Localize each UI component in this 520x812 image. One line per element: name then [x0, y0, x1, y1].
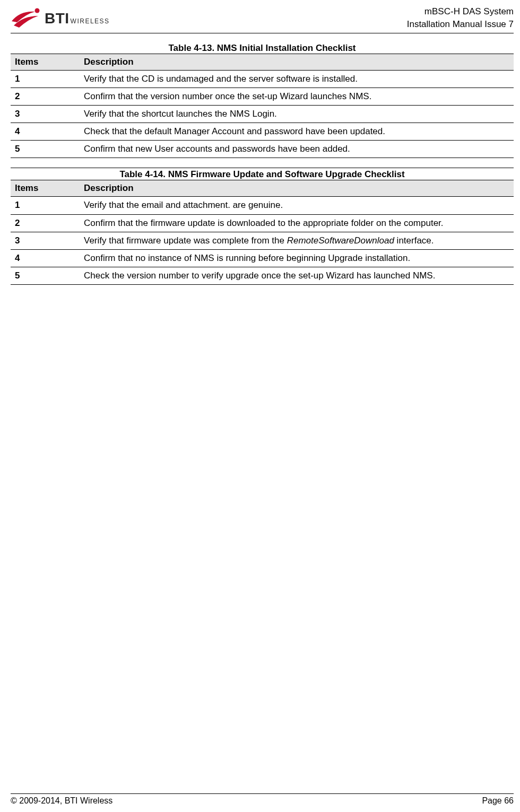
cell-item: 2 — [11, 88, 80, 106]
cell-desc: Confirm that new User accounts and passw… — [80, 141, 514, 158]
table-nms-initial-install: Items Description 1 Verify that the CD i… — [11, 54, 514, 158]
cell-desc: Check that the default Manager Account a… — [80, 123, 514, 141]
cell-item: 5 — [11, 141, 80, 158]
cell-item: 3 — [11, 232, 80, 249]
th-description: Description — [80, 54, 514, 71]
table-row: 5 Check the version number to verify upg… — [11, 267, 514, 284]
cell-desc: Verify that the CD is undamaged and the … — [80, 71, 514, 88]
cell-item: 5 — [11, 267, 80, 284]
page-footer: © 2009-2014, BTI Wireless Page 66 — [11, 793, 514, 806]
th-items: Items — [11, 180, 80, 197]
table-row: 3 Verify that firmware update was comple… — [11, 232, 514, 249]
cell-item: 4 — [11, 249, 80, 267]
cell-item: 3 — [11, 106, 80, 123]
th-description: Description — [80, 180, 514, 197]
table-caption-1: Table 4-13. NMS Initial Installation Che… — [11, 43, 514, 54]
page-header: BTI WIRELESS mBSC-H DAS System Installat… — [11, 5, 514, 33]
cell-desc: Verify that the email and attachment. ar… — [80, 197, 514, 214]
table-row: 1 Verify that the email and attachment. … — [11, 197, 514, 214]
table-nms-firmware-update: Items Description 1 Verify that the emai… — [11, 180, 514, 284]
cell-desc: Check the version number to verify upgra… — [80, 267, 514, 284]
cell-item: 1 — [11, 71, 80, 88]
table-caption-2: Table 4-14. NMS Firmware Update and Soft… — [11, 168, 514, 180]
cell-desc: Verify that firmware update was complete… — [80, 232, 514, 249]
cell-desc: Confirm that the firmware update is down… — [80, 214, 514, 232]
copyright: © 2009-2014, BTI Wireless — [11, 796, 112, 806]
cell-item: 2 — [11, 214, 80, 232]
cell-desc: Confirm that the version number once the… — [80, 88, 514, 106]
table-row: 4 Confirm that no instance of NMS is run… — [11, 249, 514, 267]
bti-swoosh-icon — [11, 6, 41, 31]
page-number: Page 66 — [482, 796, 514, 806]
svg-point-0 — [35, 8, 40, 13]
logo-text-wireless: WIRELESS — [71, 18, 110, 25]
cell-item: 1 — [11, 197, 80, 214]
doc-title-block: mBSC-H DAS System Installation Manual Is… — [407, 5, 514, 31]
table-row: 2 Confirm that the firmware update is do… — [11, 214, 514, 232]
logo: BTI WIRELESS — [11, 5, 110, 31]
table-row: 1 Verify that the CD is undamaged and th… — [11, 71, 514, 88]
table-row: 5 Confirm that new User accounts and pas… — [11, 141, 514, 158]
th-items: Items — [11, 54, 80, 71]
cell-desc: Verify that the shortcut launches the NM… — [80, 106, 514, 123]
cell-item: 4 — [11, 123, 80, 141]
logo-text-bti: BTI — [45, 10, 70, 27]
table-row: 2 Confirm that the version number once t… — [11, 88, 514, 106]
table-row: 4 Check that the default Manager Account… — [11, 123, 514, 141]
doc-title-line2: Installation Manual Issue 7 — [407, 18, 514, 31]
cell-desc: Confirm that no instance of NMS is runni… — [80, 249, 514, 267]
table-row: 3 Verify that the shortcut launches the … — [11, 106, 514, 123]
doc-title-line1: mBSC-H DAS System — [407, 5, 514, 18]
